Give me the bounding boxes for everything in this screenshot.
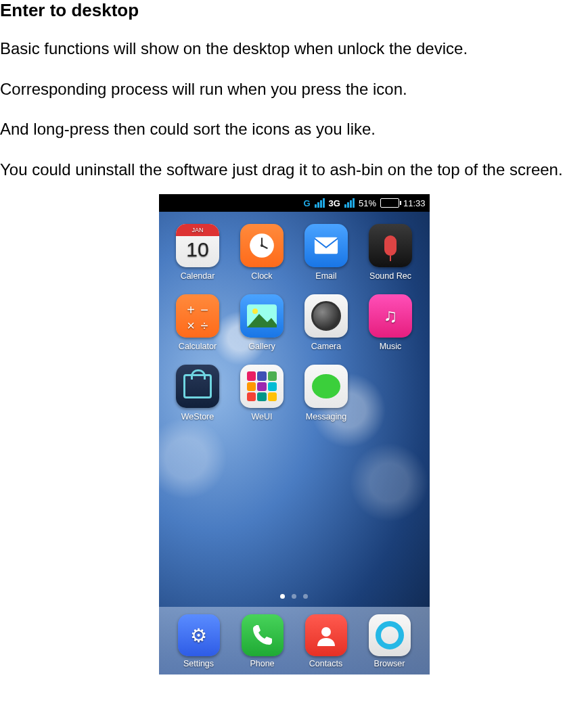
dock-contacts[interactable]: Contacts: [294, 614, 358, 668]
app-email[interactable]: Email: [297, 224, 356, 281]
email-icon: [304, 224, 348, 267]
app-sound-rec[interactable]: Sound Rec: [361, 224, 420, 281]
app-label: WeStore: [181, 412, 214, 421]
app-label: Messaging: [306, 412, 346, 421]
app-label: Camera: [311, 342, 341, 351]
battery-icon: [380, 198, 399, 208]
page-dot: [292, 594, 296, 599]
gallery-icon: [240, 294, 284, 338]
music-icon: ♫: [369, 294, 412, 338]
status-bar: G 3G 51% 11:33: [159, 194, 430, 212]
app-calculator[interactable]: +−×÷ Calculator: [168, 294, 227, 351]
page-dot-active: [280, 594, 285, 599]
app-gallery[interactable]: Gallery: [233, 294, 292, 351]
bag-icon: [176, 365, 219, 408]
camera-icon: [304, 294, 348, 338]
messaging-icon: [304, 365, 348, 408]
app-label: WeUI: [251, 412, 272, 421]
signal-icon: [315, 198, 325, 208]
clock-icon: [240, 224, 284, 267]
dock-settings[interactable]: ⚙ Settings: [167, 614, 231, 668]
app-label: Browser: [374, 659, 405, 668]
app-clock[interactable]: Clock: [233, 224, 292, 281]
battery-pct: 51%: [359, 198, 376, 208]
app-label: Calculator: [179, 342, 217, 351]
calendar-icon: JAN 10: [176, 224, 219, 267]
doc-para-3: And long-press then could sort the icons…: [0, 114, 588, 145]
contacts-icon: [305, 614, 347, 656]
svg-point-3: [261, 244, 263, 247]
app-label: Contacts: [309, 659, 342, 668]
svg-point-8: [321, 627, 331, 637]
app-camera[interactable]: Camera: [297, 294, 356, 351]
doc-para-2: Corresponding process will run when you …: [0, 74, 588, 105]
phone-screenshot: G 3G 51% 11:33 JAN 10 Calendar: [159, 194, 430, 674]
weui-icon: [240, 365, 284, 408]
app-label: Calendar: [181, 271, 215, 281]
calculator-icon: +−×÷: [176, 294, 219, 338]
doc-para-4: You could uninstall the software just dr…: [0, 154, 588, 185]
svg-rect-4: [315, 237, 338, 254]
app-label: Email: [315, 271, 336, 281]
microphone-icon: [369, 224, 412, 267]
app-grid: JAN 10 Calendar Clock Email: [159, 212, 430, 421]
browser-icon: [369, 614, 411, 656]
app-weui[interactable]: WeUI: [233, 365, 292, 421]
app-label: Music: [380, 342, 402, 351]
status-time: 11:33: [403, 198, 426, 208]
phone-icon: [242, 614, 284, 656]
app-music[interactable]: ♫ Music: [361, 294, 420, 351]
status-g: G: [303, 198, 310, 208]
app-label: Gallery: [248, 342, 275, 351]
dock: ⚙ Settings Phone Contacts: [159, 607, 430, 674]
page-dot: [303, 594, 308, 599]
app-label: Clock: [251, 271, 272, 281]
doc-para-1: Basic functions will show on the desktop…: [0, 33, 588, 64]
app-label: Settings: [183, 659, 214, 668]
status-3g: 3G: [329, 198, 340, 208]
signal-icon-2: [344, 198, 355, 208]
app-westore[interactable]: WeStore: [168, 365, 227, 421]
app-calendar[interactable]: JAN 10 Calendar: [168, 224, 227, 281]
dock-phone[interactable]: Phone: [231, 614, 294, 668]
app-label: Sound Rec: [369, 271, 411, 281]
svg-point-6: [252, 308, 258, 314]
app-messaging[interactable]: Messaging: [297, 365, 356, 421]
dock-browser[interactable]: Browser: [358, 614, 422, 668]
app-label: Phone: [250, 659, 274, 668]
doc-heading: Enter to desktop: [0, 0, 588, 21]
page-indicator: [159, 594, 430, 599]
gear-icon: ⚙: [178, 614, 220, 656]
